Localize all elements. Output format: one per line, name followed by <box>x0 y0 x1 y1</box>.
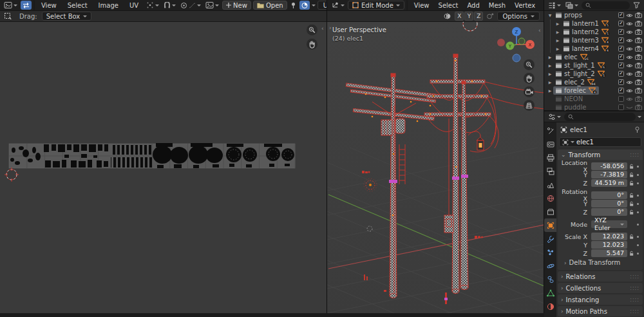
mode-dropdown[interactable]: XYZ Euler <box>591 220 627 228</box>
outliner-row-forelec[interactable]: ▶forelec4✓ <box>544 86 644 95</box>
active-tool-icon[interactable] <box>3 12 14 21</box>
lock-icon[interactable] <box>629 193 635 198</box>
outliner-row-puddle[interactable]: puddle <box>544 103 644 111</box>
object-name-field[interactable]: elec1 <box>559 137 641 147</box>
perspective-toggle-icon[interactable] <box>524 100 535 111</box>
selectability-checkbox[interactable]: ✓ <box>618 46 624 52</box>
value-field[interactable]: 44.519 m <box>591 179 627 187</box>
lock-icon[interactable] <box>629 234 635 240</box>
properties-tab-render[interactable] <box>544 137 556 151</box>
outliner-row-elec_2[interactable]: ▶elec_244✓ <box>544 78 644 86</box>
disclosure-collapsed-icon[interactable]: ▶ <box>547 63 553 68</box>
value-field[interactable]: 5.547 <box>591 249 627 257</box>
editor-type-button[interactable] <box>3 1 19 10</box>
disclosure-collapsed-icon[interactable]: ▶ <box>554 21 561 26</box>
camera-render-icon[interactable] <box>635 54 642 60</box>
outliner-row-lantern3[interactable]: ▶lantern34✓ <box>544 36 644 44</box>
value-field[interactable]: 0° <box>591 191 627 199</box>
outliner-row-lantern1[interactable]: ▶lantern15✓ <box>544 19 644 28</box>
eye-visible-icon[interactable] <box>626 72 633 77</box>
navigation-gizmo[interactable]: Y X Z <box>496 24 537 64</box>
chevron-down-icon[interactable] <box>638 116 641 118</box>
eye-visible-icon[interactable] <box>626 63 633 68</box>
chevron-down-icon[interactable] <box>312 5 316 6</box>
panel-drag-dots[interactable]: :::: <box>630 274 639 280</box>
panel-drag-dots[interactable]: :::: <box>630 309 639 314</box>
animate-dot[interactable] <box>635 195 640 197</box>
mode-dropdown[interactable]: Edit Mode <box>348 1 404 10</box>
properties-tab-collection[interactable] <box>544 205 556 218</box>
properties-tab-physics[interactable] <box>544 259 556 273</box>
disclosure-collapsed-icon[interactable]: ▶ <box>547 72 553 76</box>
animate-dot[interactable] <box>635 166 640 168</box>
properties-search-input[interactable] <box>564 113 636 121</box>
eye-visible-icon[interactable] <box>626 88 633 93</box>
pin-icon[interactable] <box>289 1 298 10</box>
outliner-row-lantern2[interactable]: ▶lantern25✓ <box>544 28 644 36</box>
zoom-icon[interactable] <box>307 24 317 35</box>
value-field[interactable]: -58.056 m <box>591 162 627 170</box>
disclosure-collapsed-icon[interactable]: ▶ <box>547 88 553 93</box>
menu-add[interactable]: Add <box>462 2 484 9</box>
outliner-row-st_light_1[interactable]: ▶st_light_16✓ <box>544 61 644 70</box>
selectability-checkbox[interactable]: ✓ <box>618 71 624 77</box>
pan-hand-icon[interactable] <box>307 39 317 50</box>
eye-visible-icon[interactable] <box>626 97 633 102</box>
menu-uv[interactable]: UV <box>125 2 143 9</box>
eye-visible-icon[interactable] <box>626 55 633 60</box>
proportional-falloff-icon[interactable] <box>485 12 495 21</box>
display-mode-button[interactable] <box>547 1 562 10</box>
eye-visible-icon[interactable] <box>626 80 633 85</box>
value-field[interactable]: 12.023 <box>591 241 627 249</box>
disclosure-collapsed-icon[interactable]: ▶ <box>547 55 553 59</box>
selectability-checkbox[interactable] <box>618 96 624 102</box>
panel-drag-dots[interactable]: :::: <box>630 297 639 303</box>
camera-render-icon[interactable] <box>635 46 642 52</box>
outliner-row-elec[interactable]: ▶elec16✓ <box>544 53 644 61</box>
properties-tab-scene[interactable] <box>544 178 556 191</box>
render-slot-icon[interactable] <box>299 1 310 10</box>
properties-tab-material[interactable] <box>544 300 556 313</box>
new-image-button[interactable]: New <box>222 1 251 10</box>
toolbar-expand-icon[interactable]: › <box>329 24 332 31</box>
animate-dot[interactable] <box>635 224 640 226</box>
value-field[interactable]: 0° <box>591 200 627 207</box>
disclosure-collapsed-icon[interactable]: ▶ <box>547 80 553 84</box>
transform-panel-header[interactable]: ⌄ Transform :::: <box>558 149 643 160</box>
lock-icon[interactable] <box>629 209 635 215</box>
animate-dot[interactable] <box>635 182 640 184</box>
uvmap-name-field[interactable]: UVMap <box>317 1 327 10</box>
properties-tab-output[interactable] <box>544 151 556 164</box>
menu-image[interactable]: Image <box>94 2 123 9</box>
pin-icon[interactable] <box>634 126 640 133</box>
filter-id-button[interactable] <box>564 1 580 10</box>
outliner-row-lantern4[interactable]: ▶lantern44✓ <box>544 44 644 53</box>
animate-dot[interactable] <box>635 253 640 255</box>
uv-sync-toggle[interactable] <box>21 1 32 10</box>
properties-tab-view-layer[interactable] <box>544 164 556 178</box>
value-field[interactable]: 12.023 <box>591 233 627 240</box>
eye-visible-icon[interactable] <box>626 46 633 52</box>
eye-visible-icon[interactable] <box>626 13 633 18</box>
animate-dot[interactable] <box>635 211 640 213</box>
open-image-button[interactable]: Open <box>253 1 287 10</box>
selectability-checkbox[interactable]: ✓ <box>618 12 624 18</box>
lock-icon[interactable] <box>629 180 635 186</box>
selectability-checkbox[interactable] <box>618 104 624 110</box>
pan-hand-icon[interactable] <box>524 73 535 84</box>
selectability-checkbox[interactable]: ✓ <box>618 21 624 26</box>
animate-dot[interactable] <box>635 244 640 246</box>
outliner-row-neon[interactable]: NEON <box>544 95 644 103</box>
selectability-checkbox[interactable]: ✓ <box>618 37 624 43</box>
outliner-row-st_light_2[interactable]: ▶st_light_25✓ <box>544 70 644 78</box>
lock-icon[interactable] <box>629 172 635 178</box>
camera-render-icon[interactable] <box>635 29 642 35</box>
camera-view-icon[interactable] <box>524 86 535 97</box>
proportional-edit-button[interactable] <box>179 1 202 10</box>
lock-icon[interactable] <box>629 164 635 169</box>
camera-render-icon[interactable] <box>635 21 642 26</box>
drag-tool-dropdown[interactable]: Select Box <box>42 12 92 21</box>
snap-button[interactable] <box>162 1 177 10</box>
menu-vertex[interactable]: Vertex <box>510 2 540 9</box>
image-browse-button[interactable] <box>204 1 220 10</box>
